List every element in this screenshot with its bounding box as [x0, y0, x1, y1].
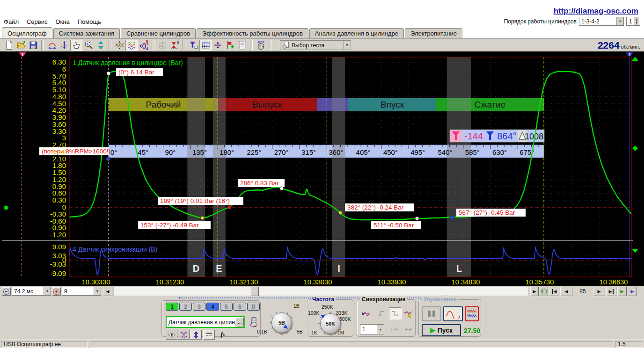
signal-pair-button[interactable]	[138, 40, 150, 51]
zoom-out-time-button[interactable]: −	[2, 287, 11, 296]
status-bar: USB Осциллограф не подключен 1.5	[0, 340, 644, 348]
control-panel: ▼ ▼ 123456D Датчик давления в цилиндре .…	[0, 297, 644, 340]
sync-falling-edge-button[interactable]	[389, 307, 402, 319]
svg-text:360°: 360°	[329, 148, 343, 156]
menu-item-1[interactable]: Сервис	[27, 18, 48, 25]
voltage-knob[interactable]: 5В	[271, 312, 292, 333]
chevron-down-icon[interactable]: ▼	[377, 325, 384, 334]
visibility-toggle-button[interactable]	[166, 330, 177, 340]
delay-icon	[389, 325, 399, 334]
toolbar-separator	[269, 40, 271, 51]
menu-item-0[interactable]: Файл	[4, 18, 19, 25]
record-mode-button[interactable]	[465, 306, 479, 321]
stretch-vertical-button[interactable]	[58, 40, 70, 51]
menu-item-3[interactable]: Помощь	[78, 18, 101, 25]
save-file-button[interactable]	[27, 40, 39, 51]
add-page-button[interactable]: +	[540, 287, 548, 296]
fit-vertical-button[interactable]	[95, 40, 107, 51]
zoom-tool-button[interactable]	[82, 40, 95, 51]
channel-name-field[interactable]: Датчик давления в цилиндре ...	[166, 316, 245, 328]
time-per-div-select[interactable]: 74.2 мс ▼	[12, 287, 51, 296]
svg-text:199° (19°) 0.01 Bar (16°): 199° (19°) 0.01 Bar (16°)	[160, 197, 230, 204]
signal-overlay-button[interactable]	[125, 40, 138, 51]
last-page-button[interactable]: ▶	[606, 287, 616, 296]
continuous-mode-button[interactable]	[443, 306, 463, 321]
status-usb: USB Осциллограф не подключен	[1, 341, 88, 348]
table-view-button[interactable]	[199, 40, 212, 51]
status-middle	[90, 341, 613, 348]
signal-overlay-icon	[127, 40, 137, 50]
add-marker-button[interactable]	[224, 40, 236, 51]
filter-trigger-button[interactable]	[187, 40, 199, 51]
sync-collapse-button[interactable]	[402, 323, 415, 335]
next-page-button[interactable]: ▶	[593, 287, 605, 296]
channel-6-button[interactable]: 6	[234, 303, 246, 311]
sync-channel-select[interactable]: 1 ▼	[360, 324, 384, 334]
play-fast-button[interactable]: ▶	[628, 287, 637, 296]
sync-signal-button[interactable]	[360, 307, 373, 319]
scroll-left-button[interactable]: ◀	[103, 287, 112, 296]
channel-3-button[interactable]: 3	[193, 303, 205, 311]
divisions-select[interactable]: 9 ▼	[62, 287, 101, 296]
stepper-arrows-icon[interactable]: ▲▼	[634, 17, 639, 25]
tab-5[interactable]: Электропитание	[405, 28, 462, 38]
chart-area[interactable]: РабочийВыпускВпускСжатие0°45°90°135°180°…	[0, 51, 644, 286]
menu-item-2[interactable]: Окна	[56, 18, 70, 25]
pause-button[interactable]	[422, 306, 441, 321]
time-scrollbar-thumb[interactable]	[251, 287, 259, 296]
chevron-down-icon[interactable]: ▼	[94, 287, 101, 295]
signal-compare-button[interactable]	[113, 40, 125, 51]
scroll-right-button[interactable]: ▶	[530, 287, 539, 296]
freq-label-1: 100K	[308, 310, 320, 316]
cylinder-order-select[interactable]: 1-3-4-2 ▼	[579, 17, 624, 26]
cursor-readout: -144864°1008	[450, 130, 544, 142]
channel-D-button[interactable]: D	[247, 303, 260, 311]
auto-scope-button[interactable]: AUTO	[255, 40, 267, 51]
hand-tool-button[interactable]	[70, 40, 82, 51]
chevron-down-icon[interactable]: ▼	[343, 41, 351, 49]
tab-2[interactable]: Сравнение цилиндров	[121, 28, 196, 38]
channel-4-button[interactable]: 4	[206, 303, 219, 311]
tab-4[interactable]: Анализ давления в цилиндре	[309, 28, 404, 38]
stretch-horizontal-button[interactable]	[46, 40, 58, 51]
invert-signal-button[interactable]	[190, 330, 202, 340]
sync-rising-edge-button[interactable]	[374, 307, 387, 319]
waveform-display[interactable]: РабочийВыпускВпускСжатие0°45°90°135°180°…	[0, 51, 644, 286]
open-file-button[interactable]	[15, 40, 27, 51]
sync-manual-button[interactable]	[402, 307, 415, 319]
time-scrollbar[interactable]	[113, 287, 529, 296]
prev-page-button[interactable]: ◀	[560, 287, 572, 296]
filter-wave-button[interactable]	[178, 330, 190, 340]
probe-rotate-icon[interactable]	[248, 317, 259, 330]
tab-0[interactable]: Осциллограф	[2, 27, 52, 38]
first-page-button[interactable]: ◀	[549, 287, 559, 296]
svg-text:10.31230: 10.31230	[156, 278, 184, 286]
tab-1[interactable]: Система зажигания	[53, 28, 120, 38]
test-select-dropdown[interactable]: Выбор теста ▼	[280, 40, 351, 50]
formula-button[interactable]: fx	[217, 330, 228, 340]
start-button[interactable]: ▶ Пуск	[422, 324, 461, 336]
sync-group: Синхронизация 1 ▼	[357, 299, 416, 337]
channel-more-button[interactable]: ...	[235, 318, 244, 326]
cylinder-number-stepper[interactable]: 1 ▲▼	[626, 17, 640, 26]
sync-delay-button[interactable]	[388, 323, 401, 335]
split-view-button[interactable]	[212, 40, 224, 51]
levels-button[interactable]	[203, 330, 215, 340]
position-marker-icon[interactable]: ▼	[178, 296, 181, 299]
new-file-button[interactable]	[3, 40, 15, 51]
zoom-tool-icon	[84, 40, 94, 50]
report-view-button[interactable]	[236, 40, 248, 51]
zoom-in-time-button[interactable]: +	[52, 287, 61, 296]
site-url[interactable]: http://diamag-osc.com	[554, 7, 638, 16]
play-pages-button[interactable]: ▶	[617, 287, 627, 296]
channel-5-button[interactable]: 5	[220, 303, 233, 311]
svg-text:-1.20: -1.20	[50, 231, 66, 239]
zero-level-button[interactable]: 0	[168, 40, 181, 51]
channel-1-button[interactable]: 1	[166, 303, 178, 311]
svg-text:10.34830: 10.34830	[452, 278, 480, 286]
chevron-down-icon[interactable]: ▼	[616, 17, 623, 25]
auto-measure-button[interactable]: AUTO	[156, 40, 168, 51]
channel-2-button[interactable]: 2	[179, 303, 192, 311]
chevron-down-icon[interactable]: ▼	[44, 287, 51, 295]
tab-3[interactable]: Эффективность работы цилиндров	[197, 28, 308, 38]
